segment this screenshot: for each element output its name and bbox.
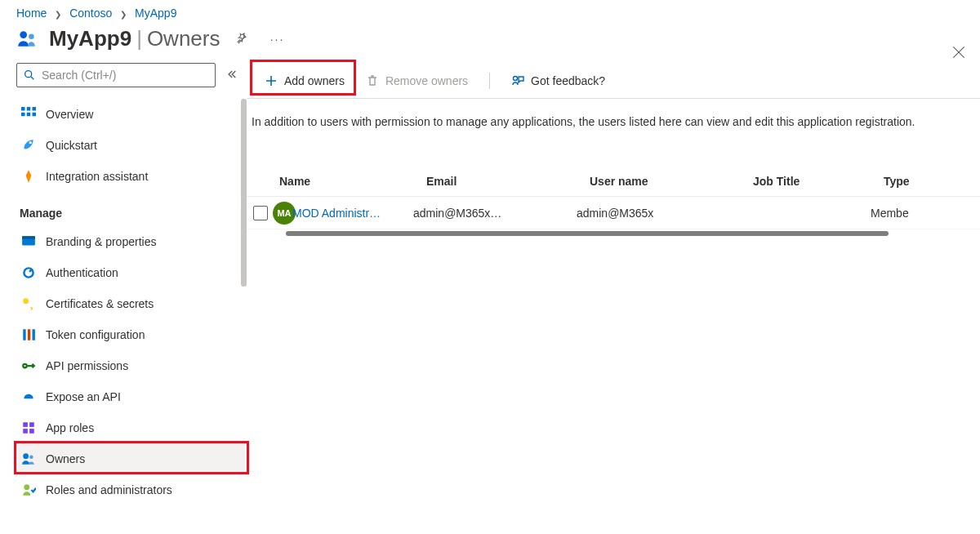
sidebar-nav: Overview Quickstart Integration assistan…: [16, 99, 247, 505]
col-header-name[interactable]: Name: [279, 175, 426, 188]
cell-type: Membe: [871, 207, 909, 220]
svg-rect-14: [23, 329, 25, 340]
toolbar: Add owners Remove owners Got feedback?: [247, 63, 980, 99]
sidebar-item-label: App roles: [46, 421, 94, 434]
svg-point-25: [514, 76, 518, 80]
col-header-email[interactable]: Email: [426, 175, 590, 188]
branding-icon: [21, 234, 36, 249]
plus-icon: [265, 74, 278, 87]
scrollbar[interactable]: [241, 99, 247, 287]
sidebar-item-api-permissions[interactable]: API permissions: [16, 350, 245, 381]
col-header-job[interactable]: Job Title: [753, 175, 884, 188]
svg-rect-3: [21, 107, 25, 111]
col-header-user[interactable]: User name: [590, 175, 753, 188]
rocket-icon: [21, 169, 36, 184]
svg-rect-15: [28, 329, 30, 340]
authentication-icon: [21, 265, 36, 280]
sidebar-item-roles-admins[interactable]: Roles and administrators: [16, 474, 245, 505]
svg-point-1: [29, 33, 33, 39]
cell-email: admin@M365x…: [413, 207, 577, 220]
svg-point-24: [24, 484, 29, 490]
app-registration-icon: [16, 29, 38, 50]
sidebar-item-label: Branding & properties: [46, 235, 156, 248]
svg-point-17: [23, 364, 27, 368]
key-icon: [21, 296, 36, 311]
svg-rect-5: [33, 107, 37, 111]
sidebar-item-quickstart[interactable]: Quickstart: [16, 130, 245, 161]
sidebar-item-branding[interactable]: Branding & properties: [16, 226, 245, 257]
chevron-right-icon: ❯: [115, 10, 131, 19]
sidebar-item-expose-api[interactable]: Expose an API: [16, 381, 245, 412]
svg-rect-20: [23, 429, 28, 434]
sidebar-search-input[interactable]: [16, 63, 216, 87]
sidebar-item-overview[interactable]: Overview: [16, 99, 245, 130]
quickstart-icon: [21, 138, 36, 153]
svg-rect-19: [29, 422, 34, 427]
sidebar-item-label: Expose an API: [46, 390, 121, 403]
owners-table: Name Email User name Job Title Type MA M…: [247, 166, 980, 236]
sidebar-item-integration-assistant[interactable]: Integration assistant: [16, 161, 245, 192]
api-permissions-icon: [21, 358, 36, 373]
sidebar-item-label: API permissions: [46, 359, 128, 372]
table-row[interactable]: MA MOD Administr… admin@M365x… admin@M36…: [247, 197, 980, 229]
page-title: MyApp9: [49, 26, 131, 51]
svg-point-22: [23, 453, 29, 459]
cell-user: admin@M365x: [577, 207, 740, 220]
svg-rect-4: [27, 107, 31, 111]
svg-point-23: [29, 456, 33, 460]
col-header-type[interactable]: Type: [884, 175, 910, 188]
svg-point-0: [20, 31, 27, 38]
sidebar-item-label: Certificates & secrets: [46, 297, 154, 310]
app-roles-icon: [21, 421, 36, 435]
sidebar-item-owners[interactable]: Owners: [16, 443, 245, 474]
toolbar-divider: [489, 73, 490, 89]
svg-point-13: [23, 298, 29, 304]
got-feedback-button[interactable]: Got feedback?: [503, 69, 613, 92]
owner-name-link[interactable]: MOD Administr…: [292, 207, 381, 220]
svg-point-9: [29, 141, 32, 144]
sidebar-item-certificates[interactable]: Certificates & secrets: [16, 288, 245, 319]
description-text: In addition to users with permission to …: [247, 99, 980, 130]
svg-rect-8: [33, 113, 37, 117]
row-checkbox[interactable]: [253, 206, 268, 220]
close-button[interactable]: [951, 44, 967, 60]
sidebar-item-authentication[interactable]: Authentication: [16, 257, 245, 288]
sidebar: Overview Quickstart Integration assistan…: [0, 63, 247, 507]
sidebar-item-label: Authentication: [46, 266, 118, 279]
breadcrumb-tenant[interactable]: Contoso: [69, 7, 112, 20]
add-owners-button[interactable]: Add owners: [256, 69, 353, 92]
table-header-row: Name Email User name Job Title Type: [247, 166, 980, 197]
expose-api-icon: [21, 389, 36, 404]
breadcrumb-app[interactable]: MyApp9: [135, 7, 176, 20]
remove-owners-button[interactable]: Remove owners: [358, 69, 476, 92]
more-button[interactable]: ···: [267, 29, 287, 49]
svg-rect-16: [33, 329, 35, 340]
overview-icon: [21, 107, 36, 122]
svg-rect-7: [27, 113, 31, 117]
page-header: MyApp9 | Owners ···: [0, 20, 980, 63]
sidebar-item-label: Roles and administrators: [46, 483, 172, 496]
sidebar-item-label: Token configuration: [46, 328, 145, 341]
svg-rect-11: [22, 236, 35, 238]
token-icon: [21, 327, 36, 342]
svg-rect-21: [29, 429, 34, 434]
sidebar-item-app-roles[interactable]: App roles: [16, 412, 245, 443]
sidebar-item-label: Owners: [46, 452, 85, 465]
sidebar-item-label: Quickstart: [46, 139, 97, 152]
trash-icon: [366, 74, 379, 87]
sidebar-item-token[interactable]: Token configuration: [16, 319, 245, 350]
feedback-icon: [511, 74, 524, 87]
horizontal-scrollbar[interactable]: [286, 231, 889, 236]
pin-button[interactable]: [233, 29, 252, 49]
chevron-right-icon: ❯: [50, 10, 66, 19]
owners-icon: [21, 452, 36, 466]
collapse-sidebar-button[interactable]: [222, 65, 240, 86]
sidebar-item-label: Integration assistant: [46, 170, 148, 183]
breadcrumb: Home ❯ Contoso ❯ MyApp9: [0, 0, 980, 20]
page-section: Owners: [147, 26, 220, 51]
breadcrumb-home[interactable]: Home: [16, 7, 47, 20]
main-content: Add owners Remove owners Got feedback? I…: [247, 63, 980, 507]
sidebar-group-manage: Manage: [16, 192, 245, 226]
roles-admins-icon: [21, 483, 36, 497]
svg-rect-6: [21, 113, 25, 117]
